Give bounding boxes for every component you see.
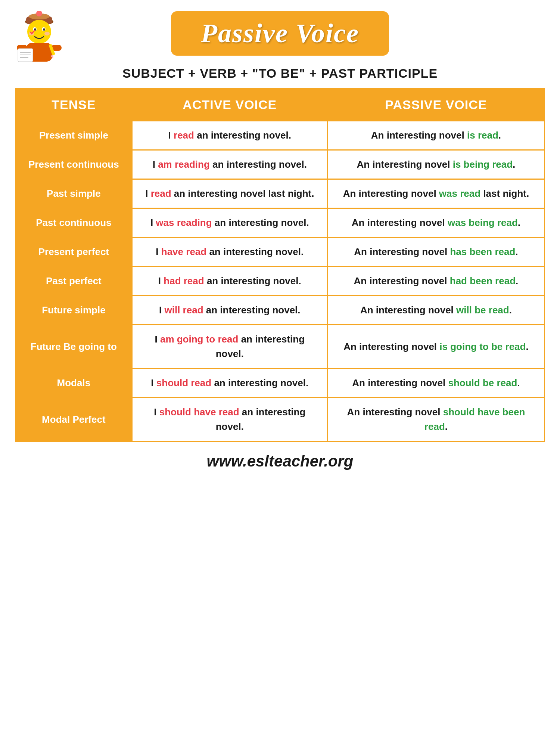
active-verb: am reading: [158, 159, 210, 170]
formula: SUBJECT + VERB + "TO BE" + PAST PARTICIP…: [122, 66, 438, 81]
passive-verb: is going to be read: [439, 341, 526, 352]
title-banner: Passive Voice: [171, 11, 389, 56]
passive-voice-cell: An interesting novel was being read.: [327, 208, 544, 238]
svg-point-10: [44, 32, 50, 35]
passive-voice-cell: An interesting novel is being read.: [327, 150, 544, 179]
active-voice-cell: I am reading an interesting novel.: [132, 150, 327, 179]
passive-verb: was being read: [448, 217, 518, 228]
website-footer: www.eslteacher.org: [207, 452, 354, 470]
tense-cell: Future Be going to: [16, 325, 132, 369]
passive-voice-cell: An interesting novel had been read.: [327, 267, 544, 296]
tense-cell: Future simple: [16, 296, 132, 325]
col-header-passive: PASSIVE VOICE: [327, 89, 544, 121]
active-voice-cell: I will read an interesting novel.: [132, 296, 327, 325]
table-row: Past simpleI read an interesting novel l…: [16, 179, 545, 208]
table-row: Present continuousI am reading an intere…: [16, 150, 545, 179]
passive-verb: is read: [467, 130, 498, 141]
active-verb: will read: [164, 304, 203, 316]
active-verb: was reading: [156, 217, 212, 228]
passive-voice-cell: An interesting novel should be read.: [327, 369, 544, 398]
table-row: Present perfectI have read an interestin…: [16, 238, 545, 267]
passive-verb: was read: [439, 188, 480, 199]
tense-cell: Modals: [16, 369, 132, 398]
tense-cell: Present simple: [16, 121, 132, 150]
page-title: Passive Voice: [201, 18, 359, 48]
active-voice-cell: I am going to read an interesting novel.: [132, 325, 327, 369]
active-verb: read: [174, 130, 194, 141]
tense-cell: Modal Perfect: [16, 398, 132, 441]
table-row: Past perfectI had read an interesting no…: [16, 267, 545, 296]
col-header-tense: TENSE: [16, 89, 132, 121]
passive-voice-cell: An interesting novel was read last night…: [327, 179, 544, 208]
table-row: Past continuousI was reading an interest…: [16, 208, 545, 238]
passive-voice-cell: An interesting novel is read.: [327, 121, 544, 150]
active-voice-cell: I read an interesting novel last night.: [132, 179, 327, 208]
passive-verb: will be read: [456, 304, 509, 316]
passive-verb: is being read: [453, 159, 513, 170]
col-header-active: ACTIVE VOICE: [132, 89, 327, 121]
active-voice-cell: I was reading an interesting novel.: [132, 208, 327, 238]
tense-cell: Past simple: [16, 179, 132, 208]
passive-voice-table: TENSE ACTIVE VOICE PASSIVE VOICE Present…: [15, 88, 545, 442]
tense-cell: Past perfect: [16, 267, 132, 296]
table-row: Future Be going toI am going to read an …: [16, 325, 545, 369]
active-verb: should have read: [159, 406, 239, 418]
passive-verb: should have been read: [424, 406, 525, 432]
active-verb: have read: [161, 246, 206, 257]
svg-point-8: [43, 28, 45, 31]
active-voice-cell: I read an interesting novel.: [132, 121, 327, 150]
active-verb: am going to read: [160, 334, 238, 345]
table-header-row: TENSE ACTIVE VOICE PASSIVE VOICE: [16, 89, 545, 121]
tense-cell: Present continuous: [16, 150, 132, 179]
active-voice-cell: I have read an interesting novel.: [132, 238, 327, 267]
active-voice-cell: I should read an interesting novel.: [132, 369, 327, 398]
passive-voice-cell: An interesting novel has been read.: [327, 238, 544, 267]
table-row: ModalsI should read an interesting novel…: [16, 369, 545, 398]
active-verb: read: [151, 188, 171, 199]
passive-verb: had been read: [450, 275, 516, 286]
table-row: Present simpleI read an interesting nove…: [16, 121, 545, 150]
mascot-image: [15, 11, 63, 60]
passive-voice-cell: An interesting novel will be read.: [327, 296, 544, 325]
table-row: Future simpleI will read an interesting …: [16, 296, 545, 325]
header: Passive Voice: [15, 11, 545, 56]
tense-cell: Past continuous: [16, 208, 132, 238]
passive-voice-cell: An interesting novel is going to be read…: [327, 325, 544, 369]
tense-cell: Present perfect: [16, 238, 132, 267]
active-verb: had read: [164, 275, 204, 286]
active-voice-cell: I had read an interesting novel.: [132, 267, 327, 296]
website-url: www.eslteacher.org: [207, 452, 354, 470]
passive-verb: has been read: [450, 246, 515, 257]
passive-verb: should be read: [448, 377, 517, 388]
active-verb: should read: [156, 377, 211, 388]
active-voice-cell: I should have read an interesting novel.: [132, 398, 327, 441]
passive-voice-cell: An interesting novel should have been re…: [327, 398, 544, 441]
table-row: Modal PerfectI should have read an inter…: [16, 398, 545, 441]
